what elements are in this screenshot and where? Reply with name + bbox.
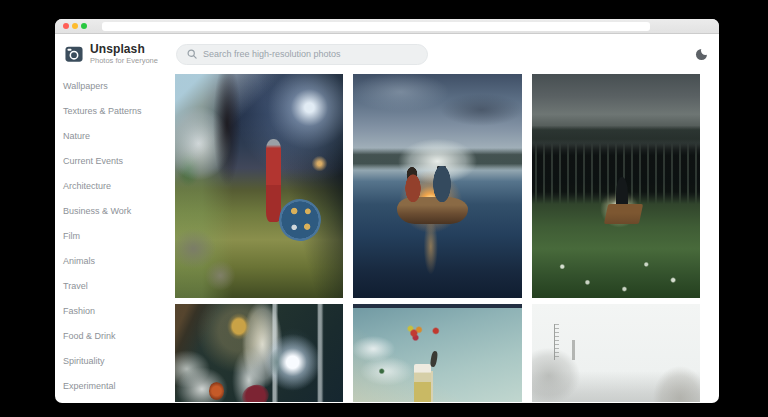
close-window-button[interactable] (63, 23, 69, 29)
search-input[interactable] (203, 49, 417, 59)
traffic-lights (63, 19, 87, 33)
camera-icon (65, 45, 83, 63)
sidebar-item-animals[interactable]: Animals (63, 249, 175, 274)
sidebar-item-fashion[interactable]: Fashion (63, 299, 175, 324)
sidebar-item-current-events[interactable]: Current Events (63, 149, 175, 174)
browser-window: Unsplash Photos for Everyone Wallp (55, 19, 719, 403)
photo-thumbnail-4[interactable] (175, 304, 343, 402)
crowd-figures-texture (532, 143, 700, 203)
window-titlebar[interactable] (55, 19, 719, 34)
fullscreen-window-button[interactable] (81, 23, 87, 29)
photo-thumbnail-2[interactable] (353, 74, 521, 298)
photo-thumbnail-1[interactable] (175, 74, 343, 298)
main-area: Wallpapers Textures & Patterns Nature Cu… (55, 74, 719, 402)
sidebar-item-nature[interactable]: Nature (63, 124, 175, 149)
photo-thumbnail-3[interactable] (532, 74, 700, 298)
address-bar[interactable] (102, 22, 650, 31)
fog-mast-structure (554, 324, 559, 360)
sidebar-item-food-drink[interactable]: Food & Drink (63, 324, 175, 349)
photo-thumbnail-6[interactable] (532, 304, 700, 402)
sidebar-item-wallpapers[interactable]: Wallpapers (63, 74, 175, 99)
minimize-window-button[interactable] (72, 23, 78, 29)
unsplash-logo[interactable]: Unsplash Photos for Everyone (65, 43, 176, 65)
moon-icon (696, 49, 707, 60)
sidebar-item-spirituality[interactable]: Spirituality (63, 349, 175, 374)
sidebar-item-film[interactable]: Film (63, 224, 175, 249)
search-bar[interactable] (176, 44, 428, 65)
sidebar-item-architecture[interactable]: Architecture (63, 174, 175, 199)
dark-mode-toggle[interactable] (696, 49, 707, 60)
sidebar-item-textures-patterns[interactable]: Textures & Patterns (63, 99, 175, 124)
brand-subtitle: Photos for Everyone (90, 57, 158, 65)
photo-grid (175, 74, 719, 402)
search-icon (187, 49, 197, 59)
sidebar-item-people[interactable]: People (63, 399, 175, 402)
sidebar-item-business-work[interactable]: Business & Work (63, 199, 175, 224)
category-sidebar: Wallpapers Textures & Patterns Nature Cu… (55, 74, 175, 402)
sidebar-item-travel[interactable]: Travel (63, 274, 175, 299)
desktop-background: Unsplash Photos for Everyone Wallp (0, 0, 768, 417)
sidebar-item-experimental[interactable]: Experimental (63, 374, 175, 399)
brand-text: Unsplash Photos for Everyone (90, 43, 158, 65)
brand-title: Unsplash (90, 43, 158, 55)
photo-thumbnail-5[interactable] (353, 304, 521, 402)
app-header: Unsplash Photos for Everyone (55, 34, 719, 74)
